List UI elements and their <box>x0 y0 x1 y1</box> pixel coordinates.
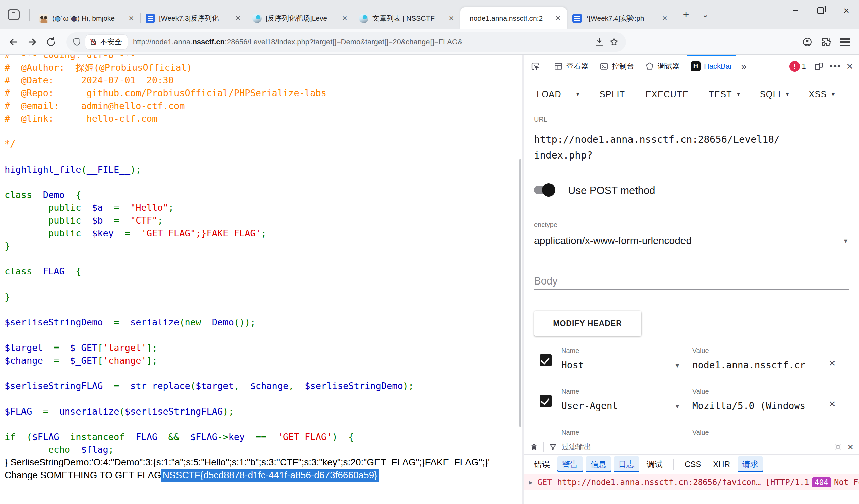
code-segment: { <box>75 190 81 200</box>
close-window-button[interactable]: × <box>833 0 859 21</box>
console-filter-XHR[interactable]: XHR <box>708 457 735 472</box>
forward-button[interactable] <box>23 32 42 51</box>
tab-close-icon[interactable]: × <box>552 13 564 24</box>
header-value-field[interactable]: Mozilla/5.0 (Windows <box>692 400 823 411</box>
console-close-button[interactable]: × <box>845 441 856 453</box>
chevron-down-icon[interactable]: ▾ <box>737 91 740 98</box>
chevron-down-icon[interactable]: ▾ <box>786 91 789 98</box>
code-segment: = <box>114 215 130 225</box>
devtools-close-button[interactable]: × <box>843 60 856 73</box>
code-segment: public <box>5 215 92 225</box>
code-segment: Demo <box>212 317 234 327</box>
browser-tab[interactable]: (◍´ω`◍) Hi, bmjoke× <box>33 7 140 30</box>
header-value-label: Value <box>692 388 709 395</box>
clear-console-button[interactable] <box>527 440 541 454</box>
code-line: echo $flag; <box>5 443 414 456</box>
chevron-down-icon[interactable]: ▾ <box>832 91 835 98</box>
browser-tab[interactable]: [Week7.3]反序列化× <box>140 7 247 30</box>
header-name-field[interactable]: Host <box>561 360 662 371</box>
devtools-menu-button[interactable]: ••• <box>828 61 843 72</box>
header-value-field[interactable]: node1.anna.nssctf.cr <box>692 360 823 371</box>
hackbar-menu-split[interactable]: SPLIT <box>600 90 626 99</box>
flag-selected-text: NSSCTF{d5cd8878-d1fc-441f-a856-d673f6660… <box>161 469 379 482</box>
header-name-caret-icon[interactable]: ▼ <box>675 362 680 369</box>
profile-button[interactable] <box>798 32 817 51</box>
back-button[interactable] <box>4 32 23 51</box>
extensions-button[interactable] <box>817 32 835 51</box>
devtools-tab-hackbar[interactable]: HHackBar <box>685 54 738 78</box>
console-filter-input[interactable]: 过滤输出 <box>562 442 826 452</box>
post-method-toggle[interactable] <box>534 186 554 194</box>
console-log-entry[interactable]: ▶ GET http://node1.anna.nssctf.cn:28656/… <box>525 474 859 490</box>
body-field[interactable]: Body <box>534 275 558 287</box>
menu-button[interactable] <box>835 32 854 51</box>
favorite-button[interactable] <box>607 34 621 49</box>
restore-button[interactable] <box>808 0 833 21</box>
browser-tab[interactable]: node1.anna.nssctf.cn:2× <box>461 7 567 30</box>
enctype-select[interactable]: application/x-www-form-urlencoded <box>534 235 692 246</box>
modify-header-button[interactable]: MODIFY HEADER <box>534 311 641 336</box>
console-settings-button[interactable] <box>831 440 845 454</box>
hackbar-menu-test[interactable]: TEST▾ <box>709 90 740 99</box>
security-badge[interactable]: 不安全 <box>85 34 127 49</box>
remove-header-button[interactable]: × <box>829 357 835 369</box>
pick-element-button[interactable] <box>526 58 544 75</box>
devtools-tab-调试器[interactable]: 调试器 <box>639 54 685 78</box>
browser-tab[interactable]: *[Week7.4]实验:ph× <box>567 7 674 30</box>
address-bar[interactable]: 不安全 http://node1.anna.nssctf.cn:28656/Le… <box>66 32 626 52</box>
console-filter-日志[interactable]: 日志 <box>614 456 639 473</box>
chevron-down-icon[interactable]: ▾ <box>576 91 579 98</box>
url-text[interactable]: http://node1.anna.nssctf.cn:28656/Level1… <box>133 37 592 46</box>
error-count: 1 <box>802 62 806 71</box>
devtools-tabs: 查看器控制台调试器HHackBar <box>548 54 738 78</box>
code-segment: $target <box>5 343 54 353</box>
header-name-caret-icon[interactable]: ▼ <box>675 403 680 410</box>
code-segment: ]; <box>147 343 158 353</box>
more-tabs-button[interactable]: » <box>738 61 750 72</box>
console-filter-警告[interactable]: 警告 <box>557 456 583 473</box>
browser-tab[interactable]: [反序列化靶场]Leve× <box>247 7 354 30</box>
code-segment: # @Date: 2024-07-01 20:30 <box>5 75 174 85</box>
php-source-code: # -*- coding: utf-8 -*-# @Author: 探姬(@Pr… <box>5 54 414 456</box>
header-name-field[interactable]: User-Agent <box>561 400 662 411</box>
enctype-caret-icon[interactable]: ▼ <box>843 238 848 245</box>
devtools-panel: 查看器控制台调试器HHackBar » ! 1 ••• × LOAD▾SPLIT… <box>524 54 859 504</box>
devtools-tab-查看器[interactable]: 查看器 <box>548 54 594 78</box>
tab-close-icon[interactable]: × <box>446 13 457 24</box>
console-filter-CSS[interactable]: CSS <box>680 457 706 472</box>
tab-close-icon[interactable]: × <box>125 13 137 24</box>
hackbar-menu-load[interactable]: LOAD▾ <box>537 85 579 104</box>
error-badge[interactable]: ! 1 <box>789 61 806 72</box>
console-filter-请求[interactable]: 请求 <box>738 456 763 473</box>
remove-header-button[interactable]: × <box>829 398 835 410</box>
code-segment: class <box>5 266 43 277</box>
responsive-mode-button[interactable] <box>810 58 828 75</box>
code-segment: = <box>114 317 130 327</box>
console-filter-调试[interactable]: 调试 <box>642 456 667 473</box>
page-scrollbar[interactable] <box>519 159 522 427</box>
tab-close-icon[interactable]: × <box>232 13 244 24</box>
minimize-button[interactable]: − <box>783 0 808 21</box>
console-filter-信息[interactable]: 信息 <box>586 456 611 473</box>
hackbar-menu-execute[interactable]: EXECUTE <box>646 90 689 99</box>
refresh-button[interactable] <box>42 32 60 51</box>
tab-close-icon[interactable]: × <box>339 13 350 24</box>
hackbar-menu-xss[interactable]: XSS▾ <box>809 90 834 99</box>
tab-close-icon[interactable]: × <box>659 13 670 24</box>
tab-search-button[interactable]: ⌄ <box>698 7 713 22</box>
hackbar-menu-sqli[interactable]: SQLI▾ <box>760 90 789 99</box>
save-page-button[interactable] <box>592 34 607 49</box>
header-checkbox[interactable] <box>540 395 552 407</box>
header-checkbox[interactable] <box>540 354 552 366</box>
console-filter-错误[interactable]: 错误 <box>529 456 555 473</box>
expand-log-icon[interactable]: ▶ <box>529 479 532 486</box>
console-toolbar-separator <box>543 442 544 452</box>
log-url-link[interactable]: http://node1.anna.nssctf.cn:28656/favico… <box>557 477 761 487</box>
new-tab-button[interactable]: + <box>678 7 693 22</box>
debugger-icon <box>645 62 654 71</box>
hackbar-url-field[interactable]: http://node1.anna.nssctf.cn:28656/Level1… <box>534 132 780 163</box>
browser-toolbar: 不安全 http://node1.anna.nssctf.cn:28656/Le… <box>0 30 859 54</box>
workspaces-icon[interactable] <box>3 4 24 25</box>
devtools-tab-控制台[interactable]: 控制台 <box>594 54 639 78</box>
browser-tab[interactable]: 文章列表 | NSSCTF× <box>354 7 461 30</box>
